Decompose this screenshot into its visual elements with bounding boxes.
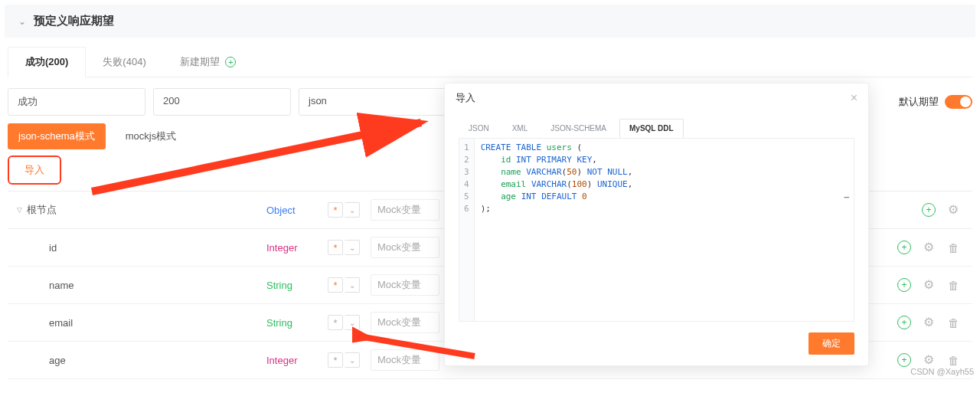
trash-icon[interactable]: 🗑 — [946, 278, 960, 292]
required-toggle[interactable]: * — [328, 352, 343, 368]
add-child-icon[interactable]: + — [897, 278, 911, 292]
field-type[interactable]: String — [266, 280, 328, 291]
trash-icon[interactable]: 🗑 — [946, 241, 960, 254]
row-actions: +⚙🗑 — [897, 241, 966, 254]
required-toggle[interactable]: * — [328, 202, 343, 218]
mock-input[interactable]: Mock变量 — [371, 349, 439, 371]
code-format-tabs: JSON XML JSON-SCHEMA MySQL DDL — [445, 113, 868, 138]
chevron-down-icon[interactable]: ⌄ — [345, 352, 360, 368]
name-input[interactable]: 成功 — [8, 88, 145, 116]
gear-icon[interactable]: ⚙ — [922, 278, 936, 292]
field-name-cell[interactable]: id — [14, 242, 266, 254]
chevron-down-icon[interactable]: ⌄ — [345, 277, 360, 293]
code-tab-mysql-ddl[interactable]: MySQL DDL — [619, 119, 684, 138]
panel-header[interactable]: ⌄ 预定义响应期望 — [5, 5, 975, 38]
tab-success[interactable]: 成功(200) — [8, 47, 86, 77]
mock-input[interactable]: Mock变量 — [371, 237, 439, 258]
field-name-cell[interactable]: age — [14, 355, 266, 366]
field-name: name — [49, 280, 74, 291]
add-child-icon[interactable]: + — [897, 353, 911, 367]
chevron-down-icon: ⌄ — [18, 16, 26, 27]
add-child-icon[interactable]: + — [897, 241, 911, 254]
field-type[interactable]: Integer — [266, 242, 328, 254]
watermark: CSDN @Xayh55 — [910, 367, 974, 376]
required-toggle[interactable]: * — [328, 315, 343, 330]
row-actions: +⚙🗑 — [897, 316, 966, 329]
add-child-icon[interactable]: + — [922, 203, 936, 217]
default-toggle-switch[interactable] — [945, 95, 972, 109]
dialog-title: 导入 — [456, 91, 475, 105]
code-input[interactable]: 200 — [153, 88, 291, 116]
dialog-header: 导入 × — [445, 83, 868, 113]
mock-input[interactable]: Mock变量 — [371, 312, 439, 333]
code-tab-json-schema[interactable]: JSON-SCHEMA — [541, 119, 616, 138]
tab-add-label: 新建期望 — [180, 56, 220, 67]
add-child-icon[interactable]: + — [897, 316, 911, 329]
code-tab-json[interactable]: JSON — [459, 119, 499, 138]
import-dialog: 导入 × JSON XML JSON-SCHEMA MySQL DDL 1234… — [444, 83, 869, 366]
field-name-cell[interactable]: ▽根节点 — [14, 203, 266, 217]
response-tabs: 成功(200) 失败(404) 新建期望 + — [8, 47, 972, 77]
trash-icon[interactable]: 🗑 — [946, 316, 960, 329]
plus-icon: + — [225, 57, 236, 67]
field-type[interactable]: String — [266, 317, 328, 329]
code-editor[interactable]: 123456 CREATE TABLE users ( id INT PRIMA… — [459, 138, 854, 322]
field-type[interactable]: Integer — [266, 355, 328, 366]
tab-add-expectation[interactable]: 新建期望 + — [163, 47, 253, 77]
mode-mockjs[interactable]: mockjs模式 — [115, 123, 187, 149]
gear-icon[interactable]: ⚙ — [922, 316, 936, 329]
field-name-cell[interactable]: email — [14, 317, 266, 329]
required-toggle[interactable]: * — [328, 277, 343, 293]
chevron-down-icon[interactable]: ⌄ — [345, 202, 360, 218]
default-toggle-label: 默认期望 — [899, 95, 939, 109]
field-name-cell[interactable]: name — [14, 280, 266, 291]
default-toggle-group: 默认期望 — [899, 88, 972, 116]
required-cell: *⌄ — [328, 202, 360, 218]
tab-failure[interactable]: 失败(404) — [86, 47, 162, 77]
mock-input[interactable]: Mock变量 — [371, 274, 439, 296]
mode-json-schema[interactable]: json-schema模式 — [8, 123, 106, 149]
mock-input[interactable]: Mock变量 — [371, 199, 439, 221]
chevron-down-icon[interactable]: ⌄ — [345, 240, 360, 255]
expand-icon[interactable]: ▽ — [17, 206, 22, 214]
row-actions: +⚙🗑 — [897, 278, 966, 292]
required-toggle[interactable]: * — [328, 240, 343, 255]
trash-icon[interactable]: 🗑 — [946, 353, 960, 367]
line-gutter: 123456 — [459, 139, 475, 321]
dialog-footer: 确定 — [445, 322, 868, 365]
required-cell: *⌄ — [328, 352, 360, 368]
row-actions: +⚙🗑 — [897, 353, 966, 367]
panel-title: 预定义响应期望 — [34, 14, 114, 28]
gear-icon[interactable]: ⚙ — [922, 353, 936, 367]
field-name: age — [49, 355, 66, 366]
required-cell: *⌄ — [328, 315, 360, 330]
code-content: CREATE TABLE users ( id INT PRIMARY KEY,… — [475, 139, 639, 321]
confirm-button[interactable]: 确定 — [808, 332, 854, 355]
close-icon[interactable]: × — [851, 91, 858, 105]
required-cell: *⌄ — [328, 240, 360, 255]
field-name: 根节点 — [27, 203, 57, 217]
field-type[interactable]: Object — [266, 205, 328, 216]
collapse-icon[interactable]: — — [844, 192, 849, 202]
chevron-down-icon[interactable]: ⌄ — [345, 315, 360, 330]
import-button[interactable]: 导入 — [8, 156, 61, 185]
field-name: email — [49, 317, 73, 329]
gear-icon[interactable]: ⚙ — [922, 241, 936, 254]
row-actions: +⚙ — [922, 203, 966, 217]
gear-icon[interactable]: ⚙ — [946, 203, 960, 217]
format-input[interactable]: json — [299, 88, 452, 116]
code-tab-xml[interactable]: XML — [502, 119, 538, 138]
required-cell: *⌄ — [328, 277, 360, 293]
field-name: id — [49, 242, 57, 254]
